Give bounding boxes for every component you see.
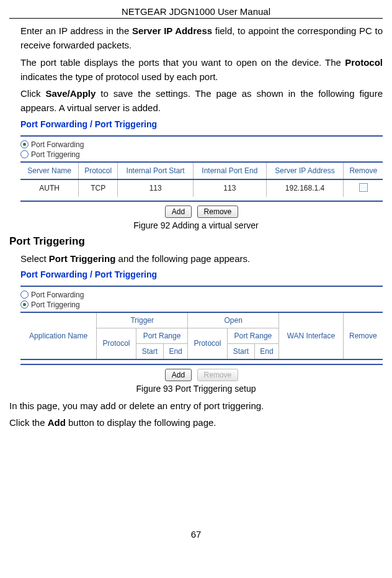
radio-port-forwarding[interactable]: Port Forwarding	[20, 140, 383, 149]
radio-icon	[20, 150, 29, 158]
text: Click	[20, 88, 45, 99]
figure-title: Port Forwarding / Port Triggering	[20, 119, 383, 129]
figure-93-screenshot: Port Forwarding / Port Triggering Port F…	[20, 269, 383, 381]
cell-ipstart: 113	[118, 179, 194, 197]
add-button[interactable]: Add	[165, 205, 192, 218]
page-number: 67	[9, 529, 383, 540]
col-trigger-protocol: Protocol	[97, 328, 136, 359]
paragraph-3: Click Save/Apply to save the settings. T…	[20, 86, 383, 115]
cell-server-name: AUTH	[20, 179, 79, 197]
paragraph-1: Enter an IP address in the Server IP Add…	[20, 24, 383, 53]
radio-label: Port Triggering	[31, 150, 80, 159]
col-open-protocol: Protocol	[188, 328, 227, 359]
col-open-port-range: Port Range	[227, 328, 278, 343]
figure-title: Port Forwarding / Port Triggering	[20, 269, 383, 279]
text-bold: Server IP Address	[132, 25, 212, 36]
table-row: AUTH TCP 113 113 192.168.1.4	[20, 179, 383, 197]
remove-button[interactable]: Remove	[197, 369, 239, 381]
col-wan-interface: WAN Interface	[279, 312, 344, 359]
figure-92-caption: Figure 92 Adding a virtual server	[9, 220, 383, 230]
cell-remove	[344, 179, 383, 197]
text-bold: Save/Apply	[45, 88, 96, 99]
section-port-triggering: Port Triggering	[9, 235, 383, 248]
col-server-ip-address: Server IP Address	[266, 162, 344, 179]
divider	[20, 364, 383, 365]
text: The port table displays the ports that y…	[20, 57, 345, 68]
text-bold: Port Triggering	[49, 253, 116, 264]
remove-button[interactable]: Remove	[197, 205, 239, 218]
radio-label: Port Triggering	[31, 300, 80, 309]
text: Click the	[9, 417, 48, 428]
cell-ipend: 113	[194, 179, 266, 197]
radio-icon	[20, 291, 29, 299]
col-trigger-port-range: Port Range	[136, 328, 187, 343]
figure-92-screenshot: Port Forwarding / Port Triggering Port F…	[20, 119, 383, 218]
col-trigger-end: End	[164, 343, 188, 359]
divider	[20, 135, 383, 137]
col-trigger: Trigger	[97, 312, 188, 328]
port-triggering-table: Application Name Trigger Open WAN Interf…	[20, 312, 383, 360]
divider	[20, 286, 383, 287]
remove-checkbox[interactable]	[359, 183, 368, 192]
text: Select	[20, 253, 49, 264]
paragraph-4: Select Port Triggering and the following…	[20, 251, 383, 266]
cell-protocol: TCP	[79, 179, 118, 197]
text-bold: Add	[48, 417, 66, 428]
text: indicates the type of protocol used by e…	[20, 71, 218, 82]
radio-port-triggering[interactable]: Port Triggering	[20, 150, 383, 159]
col-open-end: End	[254, 343, 278, 359]
button-row: Add Remove	[20, 205, 383, 218]
col-trigger-start: Start	[136, 343, 163, 359]
radio-port-forwarding[interactable]: Port Forwarding	[20, 291, 383, 299]
text-bold: Protocol	[345, 57, 383, 68]
radio-icon	[20, 300, 29, 309]
col-open-start: Start	[227, 343, 254, 359]
col-remove: Remove	[344, 162, 383, 179]
radio-label: Port Forwarding	[31, 140, 84, 149]
port-forwarding-table: Server Name Protocol Internal Port Start…	[20, 161, 383, 197]
col-protocol: Protocol	[79, 162, 118, 179]
col-server-name: Server Name	[20, 162, 79, 179]
page-header: NETGEAR JDGN1000 User Manual	[9, 6, 383, 19]
text: button to display the following page.	[66, 417, 216, 428]
radio-port-triggering[interactable]: Port Triggering	[20, 300, 383, 309]
text: Enter an IP address in the	[20, 25, 132, 36]
text: and the following page appears.	[115, 253, 250, 264]
radio-label: Port Forwarding	[31, 291, 84, 299]
divider	[20, 201, 383, 202]
col-internal-port-start: Internal Port Start	[118, 162, 194, 179]
col-internal-port-end: Internal Port End	[194, 162, 266, 179]
paragraph-2: The port table displays the ports that y…	[20, 55, 383, 84]
figure-93-caption: Figure 93 Port Triggering setup	[9, 384, 383, 394]
paragraph-6: Click the Add button to display the foll…	[9, 415, 383, 430]
col-application-name: Application Name	[20, 312, 97, 359]
cell-ipaddr: 192.168.1.4	[266, 179, 344, 197]
add-button[interactable]: Add	[165, 369, 192, 381]
button-row: Add Remove	[20, 369, 383, 381]
col-open: Open	[188, 312, 279, 328]
paragraph-5: In this page, you may add or delete an e…	[9, 399, 383, 413]
radio-icon	[20, 140, 29, 148]
col-remove: Remove	[343, 312, 383, 359]
